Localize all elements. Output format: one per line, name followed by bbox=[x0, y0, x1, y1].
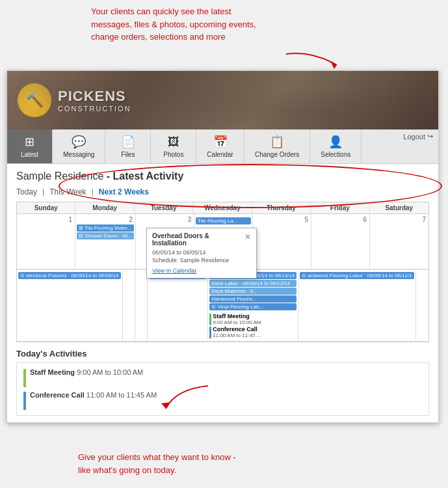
tooltip-title: Overhead Doors & Installation bbox=[152, 232, 244, 247]
content-area: Sample Residence - Latest Activity Today… bbox=[7, 164, 438, 422]
files-label: Files bbox=[121, 151, 135, 158]
view-in-calendar-link[interactable]: View In Calendar bbox=[152, 267, 251, 274]
calendar-header-row: Sunday Monday Tuesday Wednesday Thursday… bbox=[17, 202, 428, 214]
activity-staff-meeting: Staff Meeting 9:00 AM to 10:00 AM bbox=[23, 368, 422, 387]
app-container: 🔨 PICKENS CONSTRUCTION ⊞ Latest 💬 Messag… bbox=[7, 70, 439, 423]
selections-label: Selections bbox=[321, 151, 350, 158]
cal-cell-thu2: Final Grading · 06/06/14 to 06/13/14 Dec… bbox=[208, 270, 298, 342]
col-thursday: Thursday bbox=[252, 202, 311, 213]
cal-cell-mon: 2 ⊞ Tile Flooring Mater... ⊟ Shower Door… bbox=[75, 214, 136, 269]
selections-icon: 👤 bbox=[328, 135, 343, 149]
company-logo-icon: 🔨 bbox=[18, 83, 51, 117]
cal-cell-sun2: ⊙ electrical Fixtures · 06/30/14 to 06/0… bbox=[17, 270, 123, 342]
date-filter: Today | This Week | Next 2 Weeks bbox=[16, 187, 429, 197]
logout-area[interactable]: Logout ↪ bbox=[403, 132, 433, 141]
company-subtitle: CONSTRUCTION bbox=[58, 105, 131, 113]
tooltip-close-button[interactable]: ✕ bbox=[244, 232, 251, 241]
cal-cell-sat2 bbox=[416, 270, 428, 342]
filter-this-week[interactable]: This Week bbox=[49, 187, 86, 197]
photos-label: Photos bbox=[163, 151, 183, 158]
company-name-text: PICKENS bbox=[58, 88, 131, 105]
annotation-bottom: Give your clients what they want to know… bbox=[78, 451, 286, 476]
cal-cell-fri: 6 bbox=[311, 214, 370, 269]
nav-item-selections[interactable]: 👤 Selections bbox=[310, 129, 362, 163]
nav-bar: ⊞ Latest 💬 Messaging 📄 Files 🖼 Photos 📅 … bbox=[7, 129, 438, 164]
cal-cell-sun: 1 bbox=[17, 214, 75, 269]
change-orders-icon: 📋 bbox=[270, 135, 284, 149]
tooltip-header: Overhead Doors & Installation ✕ bbox=[152, 232, 251, 247]
activities-section: Today's Activities Staff Meeting 9:00 AM… bbox=[16, 349, 429, 416]
event-tile-flooring-wed[interactable]: Tile Flooring La... bbox=[196, 217, 251, 224]
svg-marker-1 bbox=[161, 402, 170, 409]
calendar-label: Calendar bbox=[207, 151, 233, 158]
svg-marker-0 bbox=[330, 61, 337, 69]
arrow-bottom-icon bbox=[156, 383, 215, 418]
activity-conference-call: Conference Call 11:00 AM to 11:45 AM bbox=[23, 391, 422, 410]
filter-today[interactable]: Today bbox=[16, 187, 37, 197]
activity-title: Latest Activity bbox=[113, 170, 184, 182]
latest-label: Latest bbox=[21, 151, 38, 158]
cal-cell-mon2 bbox=[123, 270, 135, 342]
company-name: PICKENS CONSTRUCTION bbox=[58, 88, 131, 113]
latest-icon: ⊞ bbox=[25, 135, 34, 149]
tooltip-dates: 06/05/14 to 06/05/14 bbox=[152, 249, 251, 256]
calendar-icon: 📅 bbox=[213, 135, 228, 149]
event-vinyl[interactable]: ⊙ Vinyl Flooring Lab... bbox=[209, 303, 296, 310]
staff-meeting-time: 9:00 AM to 10:00 AM bbox=[213, 319, 261, 325]
tooltip-popup: Overhead Doors & Installation ✕ 06/05/14… bbox=[146, 228, 257, 278]
photos-icon: 🖼 bbox=[168, 135, 179, 149]
logout-icon: ↪ bbox=[427, 132, 433, 141]
col-friday: Friday bbox=[311, 202, 369, 213]
event-deck-materials[interactable]: Deck Materials · 0... bbox=[209, 288, 296, 295]
change-orders-label: Change Orders bbox=[255, 151, 299, 158]
arrow-top-icon bbox=[280, 51, 345, 73]
event-hardwood-labor[interactable]: ⊙ ardwood Flooring Labor · 06/06/14 to 0… bbox=[300, 272, 414, 279]
event-shower-doors[interactable]: ⊟ Shower Doors · 06... bbox=[77, 232, 134, 239]
conf-call-label: Conference Call bbox=[213, 326, 261, 332]
col-saturday: Saturday bbox=[370, 202, 428, 213]
calendar-row2: ⊙ electrical Fixtures · 06/30/14 to 06/0… bbox=[17, 269, 428, 342]
col-sunday: Sunday bbox=[17, 202, 75, 213]
conf-call-time: 11:00 AM to 11:45 ... bbox=[213, 332, 261, 338]
messaging-icon: 💬 bbox=[72, 135, 86, 149]
filter-next-2-weeks[interactable]: Next 2 Weeks bbox=[99, 187, 149, 197]
event-tile-flooring[interactable]: ⊞ Tile Flooring Mater... bbox=[77, 224, 134, 232]
nav-items: ⊞ Latest 💬 Messaging 📄 Files 🖼 Photos 📅 … bbox=[7, 129, 362, 163]
header-logo: 🔨 PICKENS CONSTRUCTION bbox=[18, 83, 131, 117]
messaging-label: Messaging bbox=[63, 151, 94, 158]
col-wednesday: Wednesday bbox=[193, 202, 252, 213]
tooltip-schedule: Schedule: Sample Residence bbox=[152, 257, 251, 264]
cal-cell-tue2 bbox=[135, 270, 148, 342]
col-tuesday: Tuesday bbox=[135, 202, 193, 213]
page-title: Sample Residence - Latest Activity bbox=[16, 170, 429, 182]
nav-item-calendar[interactable]: 📅 Calendar bbox=[196, 129, 244, 163]
logout-label: Logout bbox=[403, 133, 425, 141]
nav-item-change-orders[interactable]: 📋 Change Orders bbox=[244, 129, 310, 163]
residence-name: Sample Residence bbox=[16, 170, 103, 182]
nav-item-photos[interactable]: 🖼 Photos bbox=[151, 129, 196, 163]
cal-cell-thu: 5 bbox=[253, 214, 311, 269]
act-bar-green bbox=[23, 369, 26, 387]
act-bar-blue bbox=[23, 392, 26, 410]
event-deck-labor[interactable]: Deck Labor · 06/06/14 to 09/12/14 bbox=[209, 280, 296, 287]
nav-item-files[interactable]: 📄 Files bbox=[105, 129, 151, 163]
col-monday: Monday bbox=[75, 202, 134, 213]
event-electrical[interactable]: ⊙ electrical Fixtures · 06/30/14 to 06/0… bbox=[18, 272, 121, 279]
cal-cell-fri2: ⊙ ardwood Flooring Labor · 06/06/14 to 0… bbox=[298, 270, 415, 342]
nav-item-latest[interactable]: ⊞ Latest bbox=[7, 129, 53, 163]
event-hardwood-1[interactable]: Hardwood Floorin... bbox=[209, 295, 296, 303]
activities-box: Staff Meeting 9:00 AM to 10:00 AM Confer… bbox=[16, 362, 429, 416]
nav-item-messaging[interactable]: 💬 Messaging bbox=[53, 129, 105, 163]
cal-cell-wed2: ⊙ Overhead Doors &... bbox=[148, 270, 208, 342]
cal-cell-sat: 7 bbox=[370, 214, 428, 269]
annotation-top: Your clients can quickly see the latest … bbox=[91, 5, 312, 44]
files-icon: 📄 bbox=[121, 135, 135, 149]
activities-title: Today's Activities bbox=[16, 349, 429, 359]
staff-meeting-label: Staff Meeting bbox=[213, 313, 261, 319]
schedule-staff: Staff Meeting 9:00 AM to 10:00 AM Confer… bbox=[209, 313, 296, 338]
app-header: 🔨 PICKENS CONSTRUCTION bbox=[7, 71, 438, 129]
calendar-wrapper: Sunday Monday Tuesday Wednesday Thursday… bbox=[16, 202, 429, 342]
